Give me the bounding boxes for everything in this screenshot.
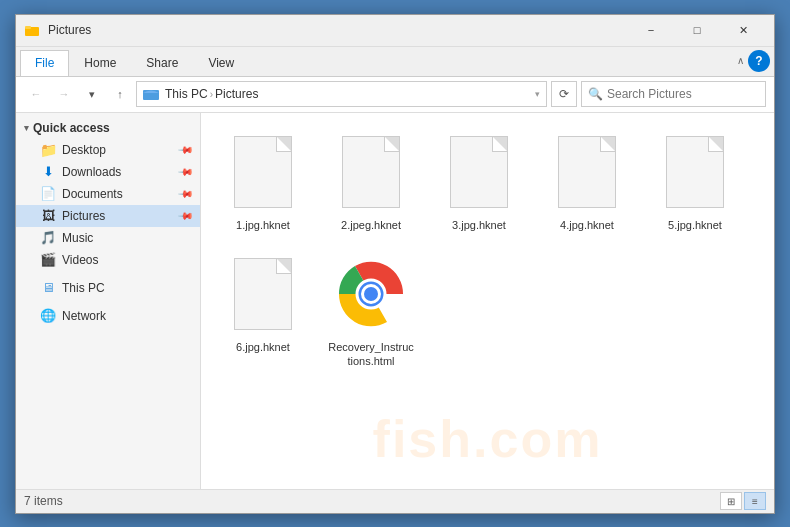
sidebar-label-desktop: Desktop [62,143,106,157]
sidebar-label-videos: Videos [62,253,98,267]
file-area: 1.jpg.hknet 2.jpeg.hknet 3.jpg.hknet [201,113,774,489]
thispc-icon: 🖥 [40,280,56,296]
file-grid: 1.jpg.hknet 2.jpeg.hknet 3.jpg.hknet [209,121,766,380]
sidebar-label-downloads: Downloads [62,165,121,179]
file-icon-3 [443,132,515,212]
view-list-button[interactable]: ≡ [744,492,766,510]
desktop-icon: 📁 [40,142,56,158]
sidebar-label-documents: Documents [62,187,123,201]
close-button[interactable]: ✕ [720,14,766,46]
file-name-6: 6.jpg.hknet [236,340,290,354]
file-name-1: 1.jpg.hknet [236,218,290,232]
crumb-pictures[interactable]: Pictures [215,87,258,101]
tab-view[interactable]: View [193,50,249,76]
sidebar-label-thispc: This PC [62,281,105,295]
watermark: fish.com [373,409,603,469]
file-name-7: Recovery_Instructions.html [328,340,414,369]
doc-icon-4 [558,136,616,208]
desktop-pin-icon: 📌 [178,141,194,157]
doc-icon-6 [234,258,292,330]
file-item[interactable]: 4.jpg.hknet [537,125,637,239]
file-item[interactable]: Recovery_Instructions.html [321,247,421,376]
file-name-3: 3.jpg.hknet [452,218,506,232]
tab-share[interactable]: Share [131,50,193,76]
file-item[interactable]: 2.jpeg.hknet [321,125,421,239]
ribbon-tabs: File Home Share View ∧ ? [16,47,774,77]
forward-button[interactable]: → [52,82,76,106]
sidebar-item-network[interactable]: 🌐 Network [16,305,200,327]
file-icon-7 [335,254,407,334]
up-button[interactable]: ↑ [108,82,132,106]
view-grid-button[interactable]: ⊞ [720,492,742,510]
crumb-thispc[interactable]: This PC [165,87,208,101]
sidebar-item-thispc[interactable]: 🖥 This PC [16,277,200,299]
file-name-2: 2.jpeg.hknet [341,218,401,232]
doc-icon-1 [234,136,292,208]
doc-icon-5 [666,136,724,208]
file-icon-4 [551,132,623,212]
sidebar: ▾ Quick access 📁 Desktop 📌 ⬇ Downloads 📌… [16,113,201,489]
recent-button[interactable]: ▾ [80,82,104,106]
search-box[interactable]: 🔍 [581,81,766,107]
file-icon-2 [335,132,407,212]
tab-file[interactable]: File [20,50,69,76]
file-icon-1 [227,132,299,212]
window-icon [24,22,40,38]
music-icon: 🎵 [40,230,56,246]
maximize-button[interactable]: □ [674,14,720,46]
sidebar-item-documents[interactable]: 📄 Documents 📌 [16,183,200,205]
tab-home[interactable]: Home [69,50,131,76]
videos-icon: 🎬 [40,252,56,268]
address-dropdown-icon[interactable]: ▾ [535,89,540,99]
file-item[interactable]: 3.jpg.hknet [429,125,529,239]
file-name-5: 5.jpg.hknet [668,218,722,232]
file-item[interactable]: 6.jpg.hknet [213,247,313,376]
title-bar: Pictures − □ ✕ [16,15,774,47]
quick-access-chevron: ▾ [24,123,29,133]
file-icon-5 [659,132,731,212]
address-box[interactable]: This PC › Pictures ▾ [136,81,547,107]
view-buttons: ⊞ ≡ [720,492,766,510]
back-button[interactable]: ← [24,82,48,106]
sidebar-item-downloads[interactable]: ⬇ Downloads 📌 [16,161,200,183]
doc-icon-2 [342,136,400,208]
pictures-pin-icon: 📌 [178,207,194,223]
file-item[interactable]: 5.jpg.hknet [645,125,745,239]
doc-icon-3 [450,136,508,208]
title-bar-controls: − □ ✕ [628,14,766,46]
ribbon-end: ∧ ? [249,50,774,76]
sidebar-label-music: Music [62,231,93,245]
file-item[interactable]: 1.jpg.hknet [213,125,313,239]
sidebar-item-videos[interactable]: 🎬 Videos [16,249,200,271]
network-icon: 🌐 [40,308,56,324]
file-name-4: 4.jpg.hknet [560,218,614,232]
sidebar-item-pictures[interactable]: 🖼 Pictures 📌 [16,205,200,227]
explorer-window: Pictures − □ ✕ File Home Share View ∧ ? … [15,14,775,514]
sidebar-section-quick-access[interactable]: ▾ Quick access [16,117,200,139]
status-bar: 7 items ⊞ ≡ [16,489,774,513]
sidebar-label-network: Network [62,309,106,323]
ribbon-chevron-icon[interactable]: ∧ [737,55,744,66]
main-area: ▾ Quick access 📁 Desktop 📌 ⬇ Downloads 📌… [16,113,774,489]
status-item-count: 7 items [24,494,63,508]
sidebar-label-pictures: Pictures [62,209,105,223]
downloads-icon: ⬇ [40,164,56,180]
search-icon: 🔍 [588,87,603,101]
title-bar-icons [24,22,40,38]
documents-icon: 📄 [40,186,56,202]
refresh-button[interactable]: ⟳ [551,81,577,107]
help-button[interactable]: ? [748,50,770,72]
file-icon-6 [227,254,299,334]
chrome-icon [337,260,405,328]
pictures-icon: 🖼 [40,208,56,224]
breadcrumb: This PC › Pictures [143,86,258,102]
sidebar-item-music[interactable]: 🎵 Music [16,227,200,249]
sidebar-item-desktop[interactable]: 📁 Desktop 📌 [16,139,200,161]
search-input[interactable] [607,87,759,101]
window-title: Pictures [48,23,628,37]
documents-pin-icon: 📌 [178,185,194,201]
downloads-pin-icon: 📌 [178,163,194,179]
svg-point-6 [364,287,378,301]
address-bar-row: ← → ▾ ↑ This PC › Pictures ▾ ⟳ 🔍 [16,77,774,113]
minimize-button[interactable]: − [628,14,674,46]
